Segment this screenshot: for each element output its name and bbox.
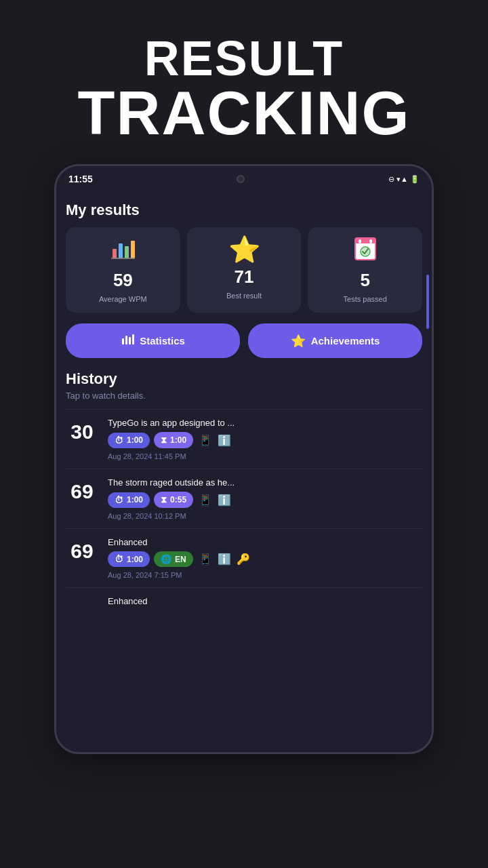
key-icon-2: 🔑 bbox=[237, 553, 250, 566]
meta-icons-2: 📱 ℹ️ 🔑 bbox=[199, 553, 250, 566]
tests-passed-label: Tests passed bbox=[344, 295, 387, 303]
tag-time-label-2: 1:00 bbox=[127, 555, 143, 564]
history-tags-1: ⏱ 1:00 ⧗ 0:55 📱 ℹ️ bbox=[108, 492, 422, 508]
meta-icons-1: 📱 ℹ️ bbox=[199, 494, 231, 507]
avg-wpm-value: 59 bbox=[113, 270, 133, 291]
clock-icon-0: ⏱ bbox=[115, 435, 123, 446]
history-tags-0: ⏱ 1:00 ⧗ 1:00 📱 ℹ️ bbox=[108, 432, 422, 448]
history-text-2: Enhanced bbox=[108, 537, 422, 547]
history-tag-duration-0: ⧗ 1:00 bbox=[154, 432, 193, 448]
stat-card-best-result: ⭐ 71 Best result bbox=[187, 227, 302, 313]
info-icon-0: ℹ️ bbox=[218, 434, 231, 447]
star-icon: ⭐ bbox=[228, 237, 260, 262]
done-badge-icon bbox=[352, 237, 378, 266]
history-wpm-0: 30 bbox=[66, 418, 98, 443]
history-title: History bbox=[66, 370, 422, 388]
camera-dot bbox=[237, 175, 245, 183]
history-text-0: TypeGo is an app designed to ... bbox=[108, 418, 422, 428]
info-icon-1: ℹ️ bbox=[218, 494, 231, 507]
statistics-button[interactable]: Statistics bbox=[66, 323, 240, 358]
meta-icons-0: 📱 ℹ️ bbox=[199, 434, 231, 447]
scroll-indicator bbox=[426, 275, 429, 329]
best-result-value: 71 bbox=[235, 267, 254, 288]
history-item-3[interactable]: Enhanced bbox=[66, 587, 422, 623]
clock-icon-1: ⏱ bbox=[115, 495, 123, 505]
svg-rect-1 bbox=[119, 243, 123, 258]
history-text-3: Enhanced bbox=[108, 596, 422, 606]
history-date-2: Aug 28, 2024 7:15 PM bbox=[108, 571, 422, 579]
stat-card-tests-passed: 5 Tests passed bbox=[308, 227, 422, 313]
bar-chart-icon bbox=[110, 237, 136, 266]
history-tag-time-2: ⏱ 1:00 bbox=[108, 551, 150, 567]
achievements-button-label: Achievements bbox=[311, 335, 380, 347]
globe-icon-2: 🌐 bbox=[161, 554, 171, 564]
svg-rect-6 bbox=[355, 238, 375, 243]
svg-rect-13 bbox=[132, 334, 134, 344]
history-item[interactable]: 30 TypeGo is an app designed to ... ⏱ 1:… bbox=[66, 409, 422, 469]
history-date-0: Aug 28, 2024 11:45 PM bbox=[108, 452, 422, 460]
svg-rect-10 bbox=[122, 338, 124, 344]
statistics-button-icon bbox=[121, 332, 134, 349]
statistics-button-label: Statistics bbox=[140, 335, 185, 347]
hero-title-line1: RESULT bbox=[144, 34, 344, 83]
history-details-3: Enhanced bbox=[108, 596, 422, 606]
status-time: 11:55 bbox=[68, 174, 93, 184]
history-date-1: Aug 28, 2024 10:12 PM bbox=[108, 512, 422, 520]
tag-duration-label-0: 1:00 bbox=[170, 435, 186, 445]
info-icon-2: ℹ️ bbox=[218, 553, 231, 566]
svg-rect-7 bbox=[359, 239, 361, 243]
history-item-2[interactable]: 69 Enhanced ⏱ 1:00 🌐 EN 📱 ℹ️ 🔑 bbox=[66, 528, 422, 587]
svg-rect-11 bbox=[125, 336, 127, 344]
history-text-1: The storm raged outside as he... bbox=[108, 477, 422, 488]
tests-passed-value: 5 bbox=[360, 270, 369, 291]
svg-rect-0 bbox=[113, 249, 117, 258]
my-results-title: My results bbox=[66, 201, 422, 219]
history-subtitle: Tap to watch details. bbox=[66, 391, 422, 401]
svg-rect-2 bbox=[125, 246, 129, 258]
tag-time-label-1: 1:00 bbox=[127, 495, 143, 505]
svg-rect-12 bbox=[129, 337, 131, 344]
battery-icon: ⊖ ▾▲ 🔋 bbox=[388, 175, 420, 184]
clock-icon-2: ⏱ bbox=[115, 554, 123, 564]
avg-wpm-label: Average WPM bbox=[99, 295, 147, 303]
status-bar: 11:55 ⊖ ▾▲ 🔋 bbox=[56, 166, 432, 192]
hourglass-icon-0: ⧗ bbox=[161, 435, 167, 446]
hourglass-icon-1: ⧗ bbox=[161, 494, 167, 505]
history-wpm-3 bbox=[66, 596, 98, 599]
history-tag-lang-2: 🌐 EN bbox=[154, 551, 193, 567]
hero-section: RESULT TRACKING bbox=[0, 0, 488, 164]
history-tags-2: ⏱ 1:00 🌐 EN 📱 ℹ️ 🔑 bbox=[108, 551, 422, 567]
history-details-1: The storm raged outside as he... ⏱ 1:00 … bbox=[108, 477, 422, 520]
achievements-button[interactable]: ⭐ Achievements bbox=[248, 323, 422, 358]
history-wpm-1: 69 bbox=[66, 477, 98, 503]
svg-rect-8 bbox=[369, 239, 372, 243]
device-icon-1: 📱 bbox=[199, 494, 212, 507]
screen-content[interactable]: My results 59 Average WPM bbox=[56, 192, 432, 752]
status-icons: ⊖ ▾▲ 🔋 bbox=[388, 175, 420, 184]
buttons-row: Statistics ⭐ Achievements bbox=[66, 323, 422, 358]
tag-lang-label-2: EN bbox=[175, 555, 186, 564]
status-center bbox=[237, 175, 245, 183]
svg-rect-3 bbox=[131, 241, 135, 258]
history-details-0: TypeGo is an app designed to ... ⏱ 1:00 … bbox=[108, 418, 422, 460]
stat-card-avg-wpm: 59 Average WPM bbox=[66, 227, 180, 313]
best-result-label: Best result bbox=[226, 292, 262, 300]
history-tag-duration-1: ⧗ 0:55 bbox=[154, 492, 193, 508]
history-tag-time-0: ⏱ 1:00 bbox=[108, 433, 150, 448]
history-wpm-2: 69 bbox=[66, 537, 98, 563]
device-icon-0: 📱 bbox=[199, 434, 212, 447]
history-tag-time-1: ⏱ 1:00 bbox=[108, 492, 150, 508]
tag-duration-label-1: 0:55 bbox=[170, 495, 186, 505]
tag-time-label-0: 1:00 bbox=[127, 435, 143, 445]
device-icon-2: 📱 bbox=[199, 553, 212, 566]
stats-row: 59 Average WPM ⭐ 71 Best result bbox=[66, 227, 422, 313]
history-details-2: Enhanced ⏱ 1:00 🌐 EN 📱 ℹ️ 🔑 bbox=[108, 537, 422, 579]
hero-title-line2: TRACKING bbox=[78, 83, 411, 144]
phone-frame: 11:55 ⊖ ▾▲ 🔋 My results bbox=[54, 164, 434, 754]
achievements-button-icon: ⭐ bbox=[291, 334, 306, 349]
history-item-1[interactable]: 69 The storm raged outside as he... ⏱ 1:… bbox=[66, 469, 422, 528]
